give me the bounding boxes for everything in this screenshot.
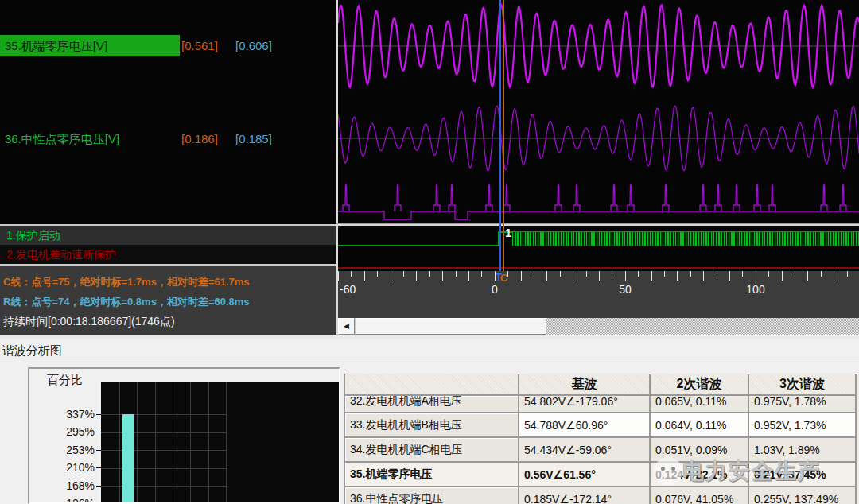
harmonic-table: 基波2次谐波3次谐波32.发电机机端A相电压54.802V∠-179.06°0.… [344, 374, 856, 504]
horizontal-scrollbar[interactable]: ◀ [338, 318, 859, 335]
ruler-tick [495, 271, 496, 281]
waveform-plot-area[interactable] [338, 0, 859, 223]
digital-1-high-band [512, 232, 859, 246]
chart-gridline [119, 382, 120, 502]
table-value-cell: 0.975V, 1.78% [748, 395, 856, 413]
ruler-tick [795, 271, 795, 277]
harmonic-bar [122, 414, 134, 502]
ruler-tick [782, 271, 783, 281]
ytick-label: 126% [45, 497, 95, 504]
ruler-tick [717, 271, 717, 277]
ytick-label: 253% [45, 444, 95, 456]
channel-c-value: [0.561] [181, 35, 218, 56]
digital-event-flag: 1 [505, 226, 511, 239]
channel-row-35[interactable]: 35.机端零序电压[V] [0.561] [0.606] [0, 35, 336, 56]
harmonic-table-next-column [856, 374, 859, 504]
table-value-cell: 1.03V, 1.89% [748, 437, 856, 462]
c-cursor-info: C线：点号=75，绝对时标=1.7ms，相对时差=61.7ms [3, 272, 336, 292]
ruler-tick [351, 271, 352, 277]
channel-label[interactable]: 35.机端零序电压[V] [0, 35, 180, 56]
ruler-tick [638, 271, 639, 277]
c-cursor-marker[interactable]: C [500, 272, 507, 284]
ruler-tick [534, 271, 534, 277]
table-row-label[interactable]: 33.发电机机端B相电压 [344, 413, 519, 437]
scroll-left-button[interactable]: ◀ [338, 318, 355, 335]
chart-gridline [190, 382, 191, 502]
chart-gridline [226, 382, 227, 502]
scrollbar-thumb[interactable] [356, 318, 546, 335]
ruler-tick [729, 271, 730, 281]
scroll-left-arrow-icon: ◀ [344, 322, 349, 330]
ruler-tick [599, 271, 600, 281]
table-value-cell: 0.56V∠61.56° [519, 462, 650, 487]
channel-list-panel: 35.机端零序电压[V] [0.561] [0.606] 36.中性点零序电压[… [0, 0, 336, 335]
time-ruler[interactable]: -60 0 50 100 T C [338, 271, 859, 318]
ruler-tick [612, 271, 612, 277]
table-value-cell: 0.076V, 41.05% [650, 487, 748, 504]
ruler-tick [586, 271, 587, 277]
ruler-tick [703, 271, 704, 281]
table-row-label[interactable]: 35.机端零序电压 [344, 462, 519, 487]
chart-gridline [101, 468, 227, 469]
ruler-tick [468, 271, 469, 281]
channel-label[interactable]: 36.中性点零序电压[V] [0, 128, 180, 149]
ruler-tick [625, 271, 626, 281]
ruler-tick [560, 271, 561, 277]
table-value-cell: 54.788V∠60.96° [519, 413, 650, 437]
channel-r-value: [0.185] [235, 128, 272, 149]
ruler-tick [456, 271, 457, 277]
chart-gridline [208, 382, 209, 502]
table-value-cell: 54.802V∠-179.06° [519, 395, 650, 413]
table-value-cell: 0.185V∠-172.14° [519, 487, 650, 504]
trip-item-protection-start[interactable]: 1.保护启动 [0, 226, 336, 245]
table-value-cell: 0.051V, 0.09% [650, 437, 748, 462]
fault-wave-analysis-window: 35.机端零序电压[V] [0.561] [0.606] 36.中性点零序电压[… [0, 0, 859, 504]
ruler-tick [847, 271, 848, 277]
ytick-label: 337% [45, 408, 95, 421]
ruler-tick [677, 271, 678, 281]
ruler-tick [521, 271, 522, 281]
channel-r-value: [0.606] [235, 35, 272, 56]
ruler-tick [481, 271, 482, 277]
ruler-tick [821, 271, 822, 277]
chart-gridline [101, 414, 227, 415]
ruler-tick [403, 271, 404, 277]
r-cursor-line[interactable] [499, 0, 501, 271]
table-value-cell: 0.065V, 0.11% [650, 395, 748, 413]
table-value-cell: 54.434V∠-59.06° [519, 437, 650, 462]
ruler-tick [742, 271, 743, 277]
table-row-label[interactable]: 34.发电机机端C相电压 [344, 437, 519, 462]
ruler-tick [834, 271, 834, 281]
ruler-label: 50 [619, 283, 632, 296]
table-value-cell: 0.21V, 37.45% [748, 462, 856, 487]
ruler-label: -60 [340, 283, 356, 296]
digital-2-low-trace [338, 267, 859, 269]
duration-info: 持续时间[0:00:18.186667](1746点) [3, 312, 336, 331]
trip-item-diff-protection[interactable]: 2.发电机差动速断保护 [0, 245, 336, 264]
table-row-label[interactable]: 32.发电机机端A相电压 [344, 395, 519, 413]
table-value-cell: 0.255V, 137.49% [748, 487, 856, 504]
ruler-tick [664, 271, 665, 277]
ruler-tick [442, 271, 443, 281]
table-row-label[interactable]: 36.中性点零序电压 [344, 487, 519, 504]
cursor-info-panel: C线：点号=75，绝对时标=1.7ms，相对时差=61.7ms R线：点号=74… [0, 266, 336, 335]
ruler-tick [416, 271, 417, 281]
ruler-tick [430, 271, 430, 277]
ruler-tick [391, 271, 391, 281]
ytick-label: 168% [45, 479, 95, 492]
ruler-label: 100 [746, 283, 764, 296]
table-value-cell: 0.124V, 22.1% [650, 462, 748, 487]
chart-gridline [101, 450, 227, 451]
chart-y-axis-title: 百分比 [47, 373, 83, 388]
ruler-tick [364, 271, 365, 281]
ruler-tick [651, 271, 652, 281]
channel-row-36[interactable]: 36.中性点零序电压[V] [0.186] [0.185] [0, 128, 336, 149]
channel-c-value: [0.186] [181, 128, 218, 149]
table-header-cell: 3次谐波 [748, 374, 856, 395]
ruler-tick [756, 271, 756, 281]
harmonic-section-title: 谐波分析图 [0, 339, 859, 362]
chart-gridline [137, 382, 138, 502]
harmonic-plot-area [101, 382, 339, 502]
ruler-tick [573, 271, 573, 281]
c-cursor-line[interactable] [503, 0, 504, 271]
